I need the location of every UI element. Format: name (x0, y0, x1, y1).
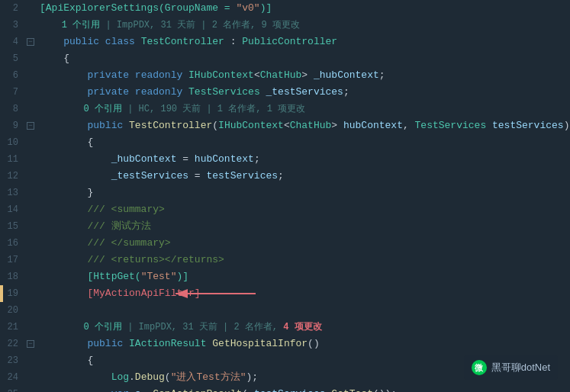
line-num-19: 19 (0, 288, 24, 299)
code-line-22: 22 − public IActionResult GetHospitalInf… (0, 336, 570, 352)
code-line-14: 14 /// <summary> (0, 201, 570, 218)
line-num-16: 16 (0, 238, 24, 249)
line-num-15: 15 (0, 221, 24, 232)
line-content-5: { (37, 50, 570, 67)
line-content-20 (37, 302, 570, 319)
line-num-14: 14 (0, 204, 24, 215)
code-line-4: 4 − public class TestController : Public… (0, 34, 570, 50)
code-line-20: 20 (0, 302, 570, 319)
code-line-7: 7 private readonly TestServices _testSer… (0, 84, 570, 101)
fold-gutter-9[interactable]: − (24, 122, 37, 130)
line-content-12: _testServices = testServices; (37, 168, 570, 185)
fold-gutter-22[interactable]: − (24, 340, 37, 348)
watermark-icon: 微 (472, 360, 487, 375)
line-content-15: /// 测试方法 (37, 218, 570, 235)
line-num-13: 13 (0, 188, 24, 198)
line-content-10: { (37, 134, 570, 151)
line-num-17: 17 (0, 255, 24, 265)
line-content-4: public class TestController : PublicCont… (37, 34, 570, 50)
red-arrow (168, 284, 259, 304)
fold-gutter-4[interactable]: − (24, 38, 37, 46)
code-line-8: 8 0 个引用 | HC, 190 天前 | 1 名作者, 1 项更改 (0, 101, 570, 117)
line-content-22: public IActionResult GetHospitalInfor() (37, 336, 570, 352)
code-line-18: 18 [HttpGet("Test")] (0, 268, 570, 285)
line-num-3: 3 (0, 20, 24, 31)
line-content-16: /// </summary> (37, 235, 570, 252)
line-content-7: private readonly TestServices _testServi… (37, 84, 570, 101)
line-num-6: 6 (0, 70, 24, 81)
code-editor: 2 [ApiExplorerSettings(GroupName = "v0")… (0, 0, 570, 392)
code-line-19: 19 [MyActionApiFilter] (0, 285, 570, 302)
line-content-13: } (37, 185, 570, 201)
line-content-9: public TestController(IHubContext<ChatHu… (37, 117, 570, 134)
line-content-25: var s= GenActionResult(_testServices.Get… (37, 386, 570, 392)
line-num-4: 4 (0, 37, 24, 47)
line-content-3: 1 个引用 | ImpPDX, 31 天前 | 2 名作者, 9 项更改 (37, 17, 570, 34)
line-content-6: private readonly IHubContext<ChatHub> _h… (37, 67, 570, 84)
line-num-5: 5 (0, 53, 24, 64)
code-line-5: 5 { (0, 50, 570, 67)
line-num-2: 2 (0, 3, 24, 14)
code-line-16: 16 /// </summary> (0, 235, 570, 252)
line-content-17: /// <returns></returns> (37, 252, 570, 268)
line-num-20: 20 (0, 305, 24, 316)
line-num-10: 10 (0, 137, 24, 148)
line-content-19: [MyActionApiFilter] (37, 285, 570, 302)
line-content-14: /// <summary> (37, 201, 570, 218)
code-line-2: 2 [ApiExplorerSettings(GroupName = "v0")… (0, 0, 570, 17)
line-num-25: 25 (0, 389, 24, 392)
code-line-12: 12 _testServices = testServices; (0, 168, 570, 185)
line-content-21: 0 个引用 | ImpPDX, 31 天前 | 2 名作者, 4 项更改 (37, 319, 570, 336)
line-content-8: 0 个引用 | HC, 190 天前 | 1 名作者, 1 项更改 (37, 101, 570, 117)
line-num-18: 18 (0, 272, 24, 282)
code-line-6: 6 private readonly IHubContext<ChatHub> … (0, 67, 570, 84)
line-num-12: 12 (0, 171, 24, 182)
line-num-8: 8 (0, 104, 24, 114)
line-content-18: [HttpGet("Test")] (37, 268, 570, 285)
line-num-7: 7 (0, 87, 24, 98)
code-line-15: 15 /// 测试方法 (0, 218, 570, 235)
line-num-22: 22 (0, 339, 24, 349)
watermark-text: 黑哥聊dotNet (491, 361, 550, 374)
line-num-11: 11 (0, 154, 24, 165)
line-content-2: [ApiExplorerSettings(GroupName = "v0")] (37, 0, 570, 17)
code-line-21: 21 0 个引用 | ImpPDX, 31 天前 | 2 名作者, 4 项更改 (0, 319, 570, 336)
code-line-9: 9 − public TestController(IHubContext<Ch… (0, 117, 570, 134)
watermark: 微 黑哥聊dotNet (464, 355, 558, 380)
line-num-24: 24 (0, 372, 24, 383)
code-line-10: 10 { (0, 134, 570, 151)
line-num-21: 21 (0, 322, 24, 333)
code-line-17: 17 /// <returns></returns> (0, 252, 570, 268)
yellow-indicator (0, 285, 3, 302)
code-line-25: 25 var s= GenActionResult(_testServices.… (0, 386, 570, 392)
line-num-23: 23 (0, 355, 24, 366)
code-line-3: 3 1 个引用 | ImpPDX, 31 天前 | 2 名作者, 9 项更改 (0, 17, 570, 34)
code-line-11: 11 _hubContext = hubContext; (0, 151, 570, 168)
code-line-13: 13 } (0, 185, 570, 201)
line-content-11: _hubContext = hubContext; (37, 151, 570, 168)
line-num-9: 9 (0, 120, 24, 131)
